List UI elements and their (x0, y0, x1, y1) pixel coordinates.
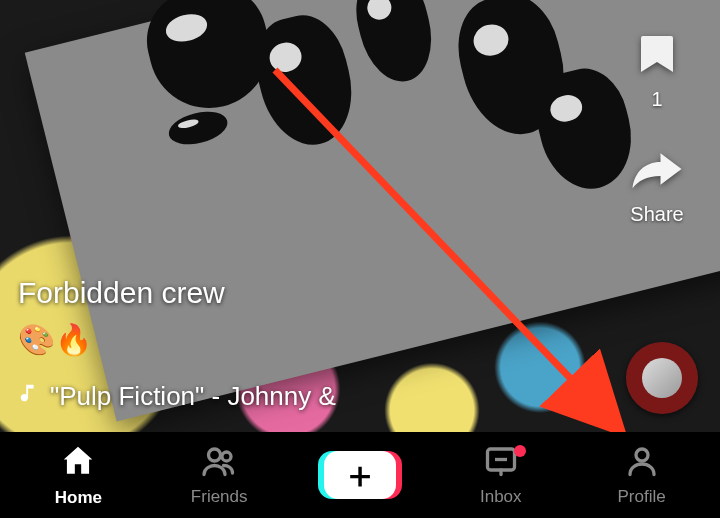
caption-emoji: 🎨🔥 (18, 322, 336, 357)
video-feed[interactable]: 1 Share Forbidden crew 🎨🔥 "Pulp Fiction"… (0, 0, 720, 432)
nav-home-label: Home (55, 488, 102, 508)
bookmark-icon (633, 30, 681, 82)
nav-profile[interactable]: Profile (587, 443, 697, 507)
profile-icon (624, 443, 660, 483)
friends-icon (201, 443, 237, 483)
nav-friends-label: Friends (191, 487, 248, 507)
svg-point-2 (222, 452, 231, 461)
nav-inbox-label: Inbox (480, 487, 522, 507)
nav-profile-label: Profile (617, 487, 665, 507)
bookmark-count: 1 (651, 88, 662, 111)
create-button[interactable]: ＋ (324, 451, 396, 499)
nav-home[interactable]: Home (23, 442, 133, 508)
home-icon (59, 442, 97, 484)
svg-point-5 (636, 449, 648, 461)
nav-friends[interactable]: Friends (164, 443, 274, 507)
share-label: Share (630, 203, 683, 226)
video-caption[interactable]: Forbidden crew (18, 276, 336, 310)
bookmark-button[interactable]: 1 (633, 30, 681, 111)
music-label: "Pulp Fiction" - Johnny & (50, 381, 336, 412)
bottom-nav: Home Friends ＋ (0, 432, 720, 518)
svg-point-1 (209, 449, 221, 461)
music-note-icon (18, 381, 40, 412)
plus-icon: ＋ (342, 457, 378, 493)
video-meta: Forbidden crew 🎨🔥 "Pulp Fiction" - Johnn… (18, 276, 336, 412)
share-button[interactable]: Share (629, 145, 685, 226)
share-icon (629, 145, 685, 197)
nav-create[interactable]: ＋ (305, 451, 415, 499)
app-root: 1 Share Forbidden crew 🎨🔥 "Pulp Fiction"… (0, 0, 720, 518)
nav-inbox[interactable]: Inbox (446, 443, 556, 507)
notification-dot (514, 445, 526, 457)
music-row[interactable]: "Pulp Fiction" - Johnny & (18, 381, 336, 412)
sound-disc[interactable] (626, 342, 698, 414)
